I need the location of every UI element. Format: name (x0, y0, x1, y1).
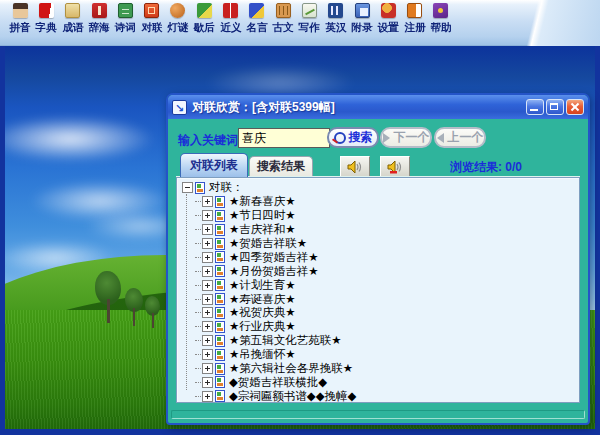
tree-item[interactable]: ★第五辑文化艺苑联★ (195, 334, 579, 348)
search-button[interactable]: 搜索 (327, 127, 379, 148)
search-button-label: 搜索 (349, 129, 373, 146)
tree-item[interactable]: ◆贺婚吉祥联横批◆ (195, 375, 579, 389)
previous-button[interactable]: 上一个 (434, 127, 486, 148)
toolbar-item-synonym[interactable]: 近义 (217, 3, 243, 35)
tree-item-label: ★新春喜庆★ (229, 194, 296, 209)
toolbar-item-help[interactable]: 帮助 (428, 3, 454, 35)
expand-icon[interactable] (202, 335, 213, 346)
toolbar-item-poetry[interactable]: 诗词 (112, 3, 138, 35)
expand-icon[interactable] (202, 280, 213, 291)
tab-search-results[interactable]: 搜索结果 (249, 156, 313, 177)
tree-item[interactable]: ★行业庆典★ (195, 320, 579, 334)
dialog-titlebar[interactable]: ↘ 对联欣赏：[含对联5399幅] (168, 95, 588, 119)
expand-icon[interactable] (202, 391, 213, 402)
toolbar-item-label: 写作 (299, 20, 320, 34)
dialog-title: 对联欣赏：[含对联5399幅] (192, 99, 524, 116)
toolbar-item-register[interactable]: 注册 (401, 3, 427, 35)
tree-item[interactable]: ★吉庆祥和★ (195, 223, 579, 237)
toolbar-item-label: 成语 (62, 20, 83, 34)
tree-item-label: ◆贺婚吉祥联横批◆ (229, 375, 327, 390)
toolbar-item-english-chinese[interactable]: 英汉 (323, 3, 349, 35)
register-icon (407, 3, 422, 18)
expand-icon[interactable] (202, 252, 213, 263)
speaker-muted-icon (387, 160, 403, 174)
document-icon (215, 363, 225, 375)
toolbar-item-xiehouyu[interactable]: 歇后 (191, 3, 217, 35)
maximize-button[interactable] (546, 99, 564, 115)
tree-root-label: 对联： (209, 180, 244, 195)
tree-item[interactable]: ★第六辑社会各界挽联★ (195, 362, 579, 376)
tree (95, 271, 121, 323)
expand-icon[interactable] (202, 294, 213, 305)
toolbar-item-cihai[interactable]: 辞海 (86, 3, 112, 35)
tree-item[interactable]: ◆宗祠匾额书谱◆◆挽幛◆ (195, 389, 579, 403)
expand-icon[interactable] (202, 321, 213, 332)
tree-item[interactable]: ★节日四时★ (195, 209, 579, 223)
tree-item[interactable]: ★四季贺婚吉祥★ (195, 250, 579, 264)
tree-item-label: ★计划生育★ (229, 278, 296, 293)
close-button[interactable] (566, 99, 584, 115)
expand-icon[interactable] (202, 349, 213, 360)
pinyin-icon (13, 3, 28, 18)
document-icon (215, 349, 225, 361)
toolbar-item-label: 近义 (220, 20, 241, 34)
tree-item[interactable]: ★寿诞喜庆★ (195, 292, 579, 306)
expand-icon[interactable] (202, 224, 213, 235)
toolbar-item-label: 拼音 (10, 20, 31, 34)
collapse-icon[interactable] (182, 182, 193, 193)
toolbar-item-couplet[interactable]: 对联 (138, 3, 164, 35)
tree-item[interactable]: ★月份贺婚吉祥★ (195, 264, 579, 278)
toolbar-item-settings[interactable]: 设置 (375, 3, 401, 35)
classical-text-icon (276, 3, 291, 18)
document-icon (215, 307, 225, 319)
cihai-icon (92, 3, 107, 18)
toolbar-item-idiom[interactable]: 成语 (60, 3, 86, 35)
minimize-button[interactable] (526, 99, 544, 115)
expand-icon[interactable] (202, 196, 213, 207)
xiehouyu-icon (197, 3, 212, 18)
tab-couplet-list[interactable]: 对联列表 (180, 153, 248, 177)
stop-reading-button[interactable] (380, 156, 410, 177)
tree-item[interactable]: ★计划生育★ (195, 278, 579, 292)
toolbar-item-quotes[interactable]: 名言 (244, 3, 270, 35)
toolbar-item-classical[interactable]: 古文 (270, 3, 296, 35)
tree-item-label: ◆宗祠匾额书谱◆◆挽幛◆ (229, 389, 356, 403)
toolbar-item-writing[interactable]: 写作 (296, 3, 322, 35)
toolbar-item-dictionary[interactable]: 字典 (33, 3, 59, 35)
tree-item-label: ★祝贺庆典★ (229, 305, 296, 320)
document-icon (215, 376, 225, 388)
expand-icon[interactable] (202, 377, 213, 388)
toolbar-item-label: 注册 (404, 20, 425, 34)
expand-icon[interactable] (202, 307, 213, 318)
expand-icon[interactable] (202, 238, 213, 249)
next-button-label: 下一个 (394, 129, 430, 146)
browse-result-value: 0/0 (505, 160, 522, 174)
tree-item[interactable]: ★新春喜庆★ (195, 195, 579, 209)
toolbar-item-label: 附录 (351, 20, 372, 34)
cloud (5, 116, 155, 162)
expand-icon[interactable] (202, 363, 213, 374)
expand-icon[interactable] (202, 266, 213, 277)
previous-button-label: 上一个 (448, 129, 484, 146)
tree-root[interactable]: 对联： (182, 181, 579, 195)
toolbar-item-label: 辞海 (88, 20, 109, 34)
couplet-appreciation-window: ↘ 对联欣赏：[含对联5399幅] 输入关键词: 搜索 下一个 上一个 对联列表… (166, 93, 590, 425)
read-aloud-button[interactable] (340, 156, 370, 177)
next-button[interactable]: 下一个 (380, 127, 432, 148)
toolbar-item-appendix[interactable]: 附录 (349, 3, 375, 35)
toolbar-item-pinyin[interactable]: 拼音 (7, 3, 33, 35)
toolbar-item-label: 帮助 (430, 20, 451, 34)
next-arrow-icon (383, 133, 390, 143)
toolbar-item-lantern-riddle[interactable]: 灯谜 (165, 3, 191, 35)
tree-item[interactable]: ★贺婚吉祥联★ (195, 237, 579, 251)
keyword-input[interactable] (238, 128, 330, 148)
dialog-body: 输入关键词: 搜索 下一个 上一个 对联列表 搜索结果 (168, 119, 588, 423)
tree-item-label: ★吉庆祥和★ (229, 222, 296, 237)
expand-icon[interactable] (202, 210, 213, 221)
toolbar-item-label: 字典 (36, 20, 57, 34)
document-icon (215, 321, 225, 333)
speaker-icon (347, 160, 363, 174)
tree-item[interactable]: ★吊挽缅怀★ (195, 348, 579, 362)
tree-item[interactable]: ★祝贺庆典★ (195, 306, 579, 320)
document-icon (215, 279, 225, 291)
